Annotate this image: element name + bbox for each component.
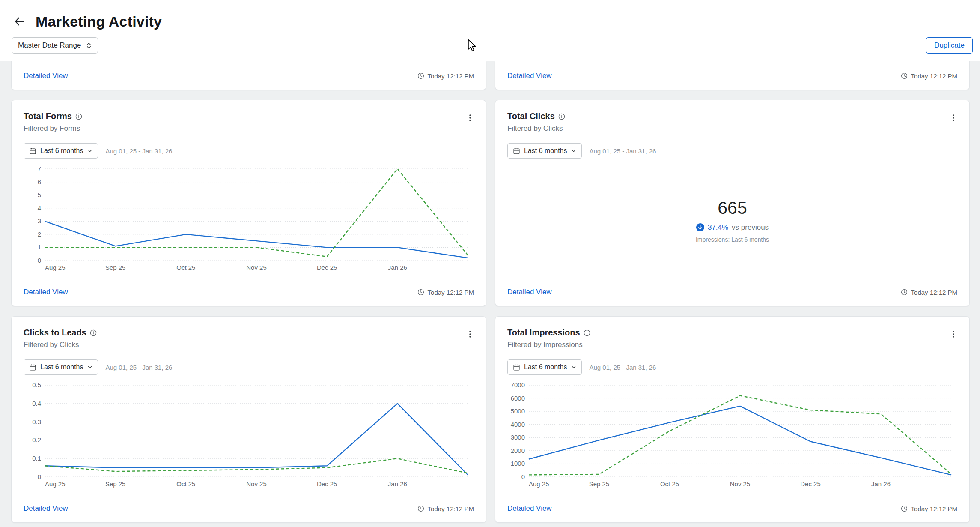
card-title: Total Clicks [507, 111, 555, 121]
kebab-menu-button[interactable] [464, 111, 477, 124]
clock-icon [417, 289, 424, 296]
svg-text:Nov 25: Nov 25 [730, 480, 751, 488]
metric-note: Impressions: Last 6 months [696, 236, 769, 243]
svg-text:Sep 25: Sep 25 [589, 480, 610, 488]
timestamp: Today 12:12 PM [911, 289, 957, 296]
svg-text:5: 5 [38, 191, 41, 198]
metric-delta: 37.4% [708, 223, 728, 232]
info-icon[interactable] [584, 329, 590, 336]
page-header: Marketing Activity Master Date Range Dup… [0, 0, 980, 61]
svg-text:6: 6 [38, 178, 41, 186]
calendar-icon [513, 364, 520, 371]
chevron-down-icon [87, 365, 92, 370]
back-arrow-icon [13, 15, 25, 27]
svg-text:6000: 6000 [511, 395, 525, 402]
svg-text:Sep 25: Sep 25 [105, 480, 126, 488]
master-date-range-button[interactable]: Master Date Range [12, 37, 98, 54]
date-range-button[interactable]: Last 6 months [507, 359, 582, 375]
line-chart-total-impressions: 01000200030004000500060007000Aug 25Sep 2… [507, 381, 957, 490]
card-total-forms: Total Forms Filtered by Forms La [11, 100, 486, 306]
timestamp: Today 12:12 PM [428, 72, 474, 80]
kebab-menu-button[interactable] [947, 111, 960, 124]
svg-text:0: 0 [521, 473, 525, 480]
card-subtitle: Filtered by Clicks [24, 341, 97, 349]
page-title: Marketing Activity [36, 13, 162, 30]
clock-icon [901, 72, 908, 79]
date-range-text: Aug 01, 25 - Jan 31, 26 [590, 364, 656, 371]
calendar-icon [29, 364, 36, 371]
card-subtitle: Filtered by Forms [24, 124, 82, 133]
date-range-button[interactable]: Last 6 months [24, 143, 98, 159]
line-chart-total-forms: 01234567Aug 25Sep 25Oct 25Nov 25Dec 25Ja… [24, 165, 474, 273]
svg-text:1000: 1000 [511, 460, 525, 467]
svg-text:2000: 2000 [511, 447, 525, 454]
detailed-view-link[interactable]: Detailed View [507, 288, 552, 296]
info-icon[interactable] [90, 329, 97, 336]
svg-text:0: 0 [38, 257, 41, 264]
svg-text:0.3: 0.3 [32, 418, 41, 425]
card-partial-right: Detailed View Today 12:12 PM [495, 61, 970, 90]
svg-text:2: 2 [38, 231, 41, 238]
date-range-button-label: Last 6 months [40, 147, 83, 155]
svg-text:Aug 25: Aug 25 [45, 264, 66, 271]
detailed-view-link[interactable]: Detailed View [507, 72, 552, 80]
dashboard-content: Detailed View Today 12:12 PM Detailed Vi… [0, 61, 980, 523]
card-subtitle: Filtered by Clicks [507, 124, 565, 133]
svg-text:0.1: 0.1 [32, 455, 41, 462]
svg-text:0.5: 0.5 [32, 381, 41, 389]
card-title: Clicks to Leads [24, 328, 86, 338]
card-total-impressions: Total Impressions Filtered by Impression… [495, 316, 970, 523]
chevron-down-icon [87, 148, 92, 153]
date-range-button-label: Last 6 months [524, 363, 567, 371]
svg-text:0.4: 0.4 [32, 400, 41, 407]
card-title: Total Impressions [507, 328, 580, 338]
svg-text:3000: 3000 [511, 434, 525, 441]
date-range-button[interactable]: Last 6 months [24, 359, 98, 375]
date-range-text: Aug 01, 25 - Jan 31, 26 [106, 147, 173, 155]
kebab-menu-button[interactable] [947, 328, 960, 341]
svg-text:1: 1 [38, 243, 41, 251]
svg-text:Oct 25: Oct 25 [176, 480, 195, 488]
timestamp: Today 12:12 PM [428, 505, 474, 512]
svg-text:Jan 26: Jan 26 [388, 480, 407, 488]
svg-text:3: 3 [38, 217, 41, 225]
svg-text:7000: 7000 [511, 381, 525, 389]
detailed-view-link[interactable]: Detailed View [24, 72, 68, 80]
svg-text:Dec 25: Dec 25 [800, 480, 821, 488]
svg-text:0.2: 0.2 [32, 436, 41, 443]
clock-icon [901, 289, 908, 296]
svg-text:Dec 25: Dec 25 [317, 480, 337, 488]
svg-text:Nov 25: Nov 25 [246, 480, 267, 488]
detailed-view-link[interactable]: Detailed View [24, 504, 68, 513]
timestamp: Today 12:12 PM [428, 289, 474, 296]
metric-delta-suffix: vs previous [732, 223, 769, 232]
svg-text:5000: 5000 [511, 407, 525, 415]
arrow-down-circle-icon [696, 223, 704, 231]
calendar-icon [29, 147, 36, 155]
timestamp: Today 12:12 PM [911, 72, 957, 80]
svg-text:Oct 25: Oct 25 [660, 480, 679, 488]
info-icon[interactable] [75, 113, 82, 120]
timestamp: Today 12:12 PM [911, 505, 957, 512]
svg-text:Jan 26: Jan 26 [871, 480, 891, 488]
line-chart-clicks-to-leads: 00.10.20.30.40.5Aug 25Sep 25Oct 25Nov 25… [24, 381, 474, 490]
svg-text:Aug 25: Aug 25 [45, 480, 66, 488]
card-title: Total Forms [24, 111, 72, 121]
duplicate-button[interactable]: Duplicate [926, 37, 973, 54]
svg-text:4: 4 [38, 204, 41, 212]
svg-text:7: 7 [38, 165, 41, 172]
date-range-button-label: Last 6 months [40, 363, 83, 371]
detailed-view-link[interactable]: Detailed View [24, 288, 68, 296]
info-icon[interactable] [558, 113, 565, 120]
svg-text:Dec 25: Dec 25 [317, 264, 337, 271]
detailed-view-link[interactable]: Detailed View [507, 504, 552, 513]
date-range-text: Aug 01, 25 - Jan 31, 26 [106, 364, 173, 371]
svg-text:Aug 25: Aug 25 [529, 480, 549, 488]
card-clicks-to-leads: Clicks to Leads Filtered by Clicks [11, 316, 486, 523]
kebab-menu-button[interactable] [464, 328, 477, 341]
svg-text:0: 0 [38, 473, 41, 480]
clock-icon [417, 72, 424, 79]
back-button[interactable] [12, 14, 27, 29]
svg-text:4000: 4000 [511, 421, 525, 428]
clock-icon [417, 505, 424, 512]
